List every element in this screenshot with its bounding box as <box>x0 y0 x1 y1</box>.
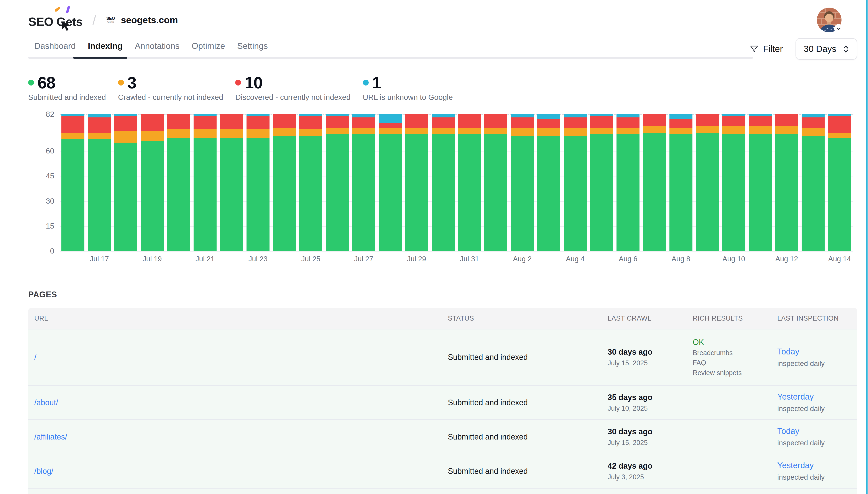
inspection-link[interactable]: Today <box>777 426 799 436</box>
chart-bar-jul-26[interactable] <box>326 114 349 251</box>
last-inspection-cell: Yesterdayinspected daily <box>771 385 857 419</box>
segment-discovered-currently-not-indexed <box>431 117 455 128</box>
segment-crawled-currently-not-indexed <box>484 128 507 134</box>
last-inspection-cell: Todayinspected daily <box>771 419 857 454</box>
chart-bar-aug-2[interactable] <box>511 114 534 251</box>
site-name[interactable]: seogets.com <box>121 15 178 25</box>
x-tick-label: Aug 12 <box>773 255 800 263</box>
chart-bar-jul-16[interactable] <box>61 114 84 251</box>
inspection-link[interactable]: Today <box>777 347 799 356</box>
last-inspection-cell: Todayinspected daily <box>771 329 857 385</box>
pages-title: PAGES <box>28 290 857 299</box>
chart-bar-jul-20[interactable] <box>167 114 190 251</box>
x-tick-label <box>641 255 668 263</box>
site-favicon: SEO Gets <box>105 17 117 23</box>
segment-discovered-currently-not-indexed <box>141 114 163 131</box>
indexing-page: SEO Gets / SEO Gets seogets.com <box>0 0 868 494</box>
chart-bar-aug-6[interactable] <box>617 114 639 251</box>
url-cell: /blog/ <box>28 454 442 488</box>
avatar-chevron-badge[interactable] <box>834 24 843 33</box>
chart-bar-aug-9[interactable] <box>696 114 719 251</box>
chart-bar-aug-12[interactable] <box>775 114 798 251</box>
site-favicon-line2: Gets <box>107 20 114 23</box>
segment-submitted-and-indexed <box>114 142 137 251</box>
y-tick-label: 60 <box>28 147 54 155</box>
tab-dashboard[interactable]: Dashboard <box>28 41 82 59</box>
url-link[interactable]: / <box>34 353 36 362</box>
chart-bar-jul-25[interactable] <box>299 114 322 251</box>
chart-bar-jul-21[interactable] <box>194 114 216 251</box>
last-crawl-cell: 42 days agoJuly 3, 2025 <box>601 454 687 488</box>
funnel-icon <box>750 44 759 54</box>
stat-value: 68 <box>38 73 55 92</box>
last-crawl-relative: 42 days ago <box>607 461 680 471</box>
segment-crawled-currently-not-indexed <box>167 129 190 137</box>
chart-bar-jul-17[interactable] <box>88 114 111 251</box>
last-crawl-date: July 3, 2025 <box>607 473 680 481</box>
segment-url-is-unknown-to-google <box>431 114 455 117</box>
chart-bar-jul-31[interactable] <box>458 114 481 251</box>
column-header-status: STATUS <box>442 308 602 329</box>
table-row: /about/Submitted and indexed35 days agoJ… <box>28 385 857 419</box>
chart-bar-aug-10[interactable] <box>722 114 746 251</box>
user-avatar[interactable] <box>817 7 842 32</box>
chart-bar-jul-18[interactable] <box>114 114 137 251</box>
segment-crawled-currently-not-indexed <box>141 131 163 141</box>
rich-result-item: FAQ <box>693 359 765 367</box>
chart-bar-jul-22[interactable] <box>220 114 243 251</box>
chart-bar-aug-7[interactable] <box>643 114 666 251</box>
url-link[interactable]: /affiliates/ <box>34 432 67 441</box>
screen-edge-accent <box>866 0 868 494</box>
segment-submitted-and-indexed <box>220 138 243 251</box>
stat-submitted-and-indexed: 68Submitted and indexed <box>28 73 106 101</box>
chart-bar-jul-29[interactable] <box>405 114 428 251</box>
stat-value: 3 <box>128 73 136 92</box>
last-crawl-cell: 35 days agoJuly 10, 2025 <box>601 385 687 419</box>
chart-bar-aug-13[interactable] <box>802 114 825 251</box>
segment-submitted-and-indexed <box>802 136 825 251</box>
date-range-select[interactable]: 30 Days <box>795 38 857 60</box>
url-cell: /about/ <box>28 385 442 419</box>
tab-optimize[interactable]: Optimize <box>186 41 231 59</box>
segment-discovered-currently-not-indexed <box>617 117 639 128</box>
rich-result-item: Breadcrumbs <box>693 349 765 357</box>
chart-bar-aug-8[interactable] <box>670 114 692 251</box>
x-tick-label <box>483 255 509 263</box>
chart-bar-jul-19[interactable] <box>141 114 163 251</box>
inspection-link[interactable]: Yesterday <box>777 392 814 401</box>
tab-settings[interactable]: Settings <box>231 41 274 59</box>
app-logo[interactable]: SEO Gets <box>28 12 82 28</box>
table-row: /blog/Submitted and indexed42 days agoJu… <box>28 454 857 488</box>
chart-bar-aug-5[interactable] <box>590 114 613 251</box>
chart-bar-aug-4[interactable] <box>564 114 587 251</box>
x-tick-label: Jul 23 <box>245 255 271 263</box>
segment-discovered-currently-not-indexed <box>167 114 190 129</box>
x-tick-label <box>218 255 245 263</box>
segment-discovered-currently-not-indexed <box>775 114 798 126</box>
x-axis-labels: Jul 17Jul 19Jul 21Jul 23Jul 25Jul 27Jul … <box>60 255 853 263</box>
url-cell: /affiliates/ <box>28 419 442 454</box>
last-crawl-cell: 30 days agoJuly 15, 2025 <box>601 329 687 385</box>
tab-annotations[interactable]: Annotations <box>129 41 186 59</box>
chart-bar-aug-3[interactable] <box>537 114 560 251</box>
filter-button[interactable]: Filter <box>750 44 783 54</box>
chart-bar-aug-11[interactable] <box>749 114 772 251</box>
y-tick-label: 0 <box>28 247 54 255</box>
segment-crawled-currently-not-indexed <box>749 126 772 134</box>
x-tick-label: Aug 14 <box>826 255 853 263</box>
chart-bar-jul-23[interactable] <box>247 114 270 251</box>
tab-indexing[interactable]: Indexing <box>82 41 129 59</box>
chart-bar-jul-30[interactable] <box>431 114 455 251</box>
url-link[interactable]: /blog/ <box>34 467 53 476</box>
inspection-link[interactable]: Yesterday <box>777 461 814 470</box>
chart-bar-jul-27[interactable] <box>352 114 375 251</box>
chart-bar-aug-14[interactable] <box>828 114 851 251</box>
url-link[interactable]: /about/ <box>34 398 58 407</box>
segment-url-is-unknown-to-google <box>194 114 216 116</box>
chart-bar-jul-24[interactable] <box>273 114 296 251</box>
segment-crawled-currently-not-indexed <box>775 126 798 134</box>
chart-bar-jul-28[interactable] <box>379 114 402 251</box>
confetti-purple-icon <box>66 6 70 14</box>
last-crawl-relative: 35 days ago <box>607 393 680 402</box>
chart-bar-aug-1[interactable] <box>484 114 507 251</box>
